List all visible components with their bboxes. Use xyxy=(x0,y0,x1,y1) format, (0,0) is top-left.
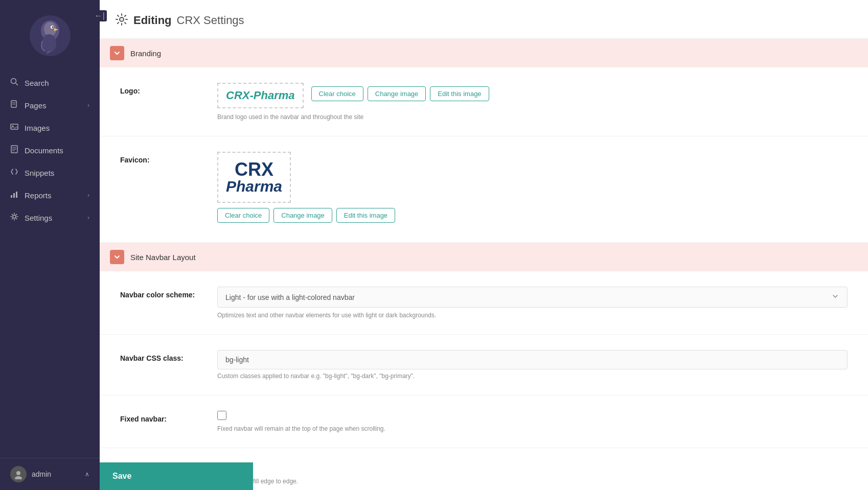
navbar-css-content: Custom classes applied to navbar e.g. "b… xyxy=(217,350,848,380)
logo-change-image-button[interactable]: Change image xyxy=(368,86,426,101)
favicon-edit-image-button[interactable]: Edit this image xyxy=(336,208,395,223)
favicon-field-row: Favicon: CRX Pharma Clear choice Change … xyxy=(120,152,848,227)
username-label: admin xyxy=(32,470,80,478)
user-menu-chevron-icon: ∧ xyxy=(85,471,89,478)
snippets-icon xyxy=(10,168,18,178)
main-content: Editing CRX Settings Branding Logo: CRX-… xyxy=(100,0,868,490)
svg-point-4 xyxy=(52,27,53,28)
full-width-navbar-hint: e navbar will fill edge to edge. xyxy=(217,478,848,485)
sidebar-item-search[interactable]: Search xyxy=(0,72,100,94)
sidebar-item-label: Search xyxy=(25,79,49,87)
fixed-navbar-field-group: Fixed navbar: Fixed navbar will remain a… xyxy=(100,395,868,448)
sidebar-item-label: Reports xyxy=(25,191,52,200)
sidebar-item-reports[interactable]: Reports › xyxy=(0,184,100,206)
page-header: Editing CRX Settings xyxy=(100,0,868,39)
logo-hint: Brand logo used in the navbar and throug… xyxy=(217,113,848,121)
navbar-css-hint: Custom classes applied to navbar e.g. "b… xyxy=(217,372,848,380)
navbar-color-content: Light - for use with a light-colored nav… xyxy=(217,287,848,319)
sidebar-item-documents[interactable]: Documents xyxy=(0,139,100,161)
logo-preview: CRX-Pharma xyxy=(217,83,304,108)
navbar-color-select[interactable]: Light - for use with a light-colored nav… xyxy=(217,287,848,308)
svg-point-22 xyxy=(15,476,22,479)
logo-action-buttons: Clear choice Change image Edit this imag… xyxy=(311,86,489,101)
sidebar-collapse-button[interactable]: ←| xyxy=(93,10,107,21)
sidebar-item-label: Documents xyxy=(25,146,63,155)
avatar-area xyxy=(0,0,100,66)
save-bar: Save xyxy=(100,462,253,490)
settings-icon xyxy=(10,213,18,223)
sidebar-item-settings[interactable]: Settings › xyxy=(0,206,100,229)
navbar-color-field-row: Navbar color scheme: Light - for use wit… xyxy=(120,287,848,319)
select-chevron-icon xyxy=(831,292,839,302)
logo-field-content: CRX-Pharma Clear choice Change image Edi… xyxy=(217,83,848,121)
sidebar-item-label: Snippets xyxy=(25,169,54,177)
svg-rect-11 xyxy=(11,124,18,129)
svg-rect-19 xyxy=(16,192,17,198)
avatar xyxy=(30,15,71,56)
navbar-css-input[interactable] xyxy=(217,350,848,369)
save-button[interactable]: Save xyxy=(112,472,131,481)
logo-text: CRX-Pharma xyxy=(226,89,295,102)
full-width-navbar-content: e navbar will fill edge to edge. xyxy=(217,463,848,485)
user-avatar xyxy=(10,466,27,482)
favicon-preview: CRX Pharma xyxy=(217,152,291,203)
logo-field-row: Logo: CRX-Pharma Clear choice Change ima… xyxy=(120,83,848,121)
navbar-section-header[interactable]: Site Navbar Layout xyxy=(100,243,868,271)
sidebar-item-images[interactable]: Images xyxy=(0,116,100,139)
search-icon xyxy=(10,78,18,88)
navbar-css-field-group: Navbar CSS class: Custom classes applied… xyxy=(100,335,868,395)
svg-point-24 xyxy=(120,18,123,21)
fixed-navbar-content: Fixed navbar will remain at the top of t… xyxy=(217,411,848,432)
navbar-color-hint: Optimizes text and other navbar elements… xyxy=(217,312,848,319)
avatar-bird-icon xyxy=(35,18,65,54)
logo-field-group: Logo: CRX-Pharma Clear choice Change ima… xyxy=(100,67,868,136)
fixed-navbar-field-row: Fixed navbar: Fixed navbar will remain a… xyxy=(120,411,848,432)
editing-gear-icon xyxy=(115,13,128,28)
sidebar-item-label: Pages xyxy=(25,101,47,110)
documents-icon xyxy=(10,145,18,155)
svg-point-21 xyxy=(16,471,20,475)
sidebar: ←| Search xyxy=(0,0,100,490)
page-title: CRX Settings xyxy=(177,14,244,27)
pages-icon xyxy=(10,100,18,110)
navbar-toggle-button[interactable] xyxy=(110,250,124,264)
favicon-change-image-button[interactable]: Change image xyxy=(273,208,332,223)
sidebar-item-label: Images xyxy=(25,124,50,132)
svg-point-6 xyxy=(11,79,16,84)
favicon-clear-choice-button[interactable]: Clear choice xyxy=(217,208,269,223)
favicon-field-group: Favicon: CRX Pharma Clear choice Change … xyxy=(100,136,868,243)
branding-section-header[interactable]: Branding xyxy=(100,39,868,67)
branding-toggle-button[interactable] xyxy=(110,46,124,60)
sidebar-item-pages[interactable]: Pages › xyxy=(0,94,100,116)
images-icon xyxy=(10,123,18,133)
fixed-navbar-hint: Fixed navbar will remain at the top of t… xyxy=(217,425,848,432)
svg-point-20 xyxy=(13,215,16,218)
sidebar-footer[interactable]: admin ∧ xyxy=(0,458,100,490)
fixed-navbar-checkbox[interactable] xyxy=(217,411,226,420)
fixed-navbar-label: Fixed navbar: xyxy=(120,411,202,423)
svg-rect-18 xyxy=(13,193,15,198)
sidebar-item-label: Settings xyxy=(25,214,52,222)
favicon-field-content: CRX Pharma Clear choice Change image Edi… xyxy=(217,152,848,227)
navbar-color-label: Navbar color scheme: xyxy=(120,287,202,299)
logo-edit-image-button[interactable]: Edit this image xyxy=(430,86,489,101)
logo-image-container: CRX-Pharma Clear choice Change image Edi… xyxy=(217,83,848,108)
svg-point-5 xyxy=(42,34,56,53)
branding-section-title: Branding xyxy=(130,49,161,58)
page-editing-label: Editing xyxy=(133,14,172,27)
navbar-section-title: Site Navbar Layout xyxy=(130,253,196,262)
logo-clear-choice-button[interactable]: Clear choice xyxy=(311,86,363,101)
navbar-color-field-group: Navbar color scheme: Light - for use wit… xyxy=(100,271,868,335)
favicon-action-buttons: Clear choice Change image Edit this imag… xyxy=(217,208,848,223)
navbar-color-value: Light - for use with a light-colored nav… xyxy=(225,293,831,301)
favicon-crx-text: CRX xyxy=(235,160,273,179)
chevron-right-icon: › xyxy=(87,192,89,199)
navbar-css-field-row: Navbar CSS class: Custom classes applied… xyxy=(120,350,848,380)
sidebar-item-snippets[interactable]: Snippets xyxy=(0,161,100,184)
svg-rect-17 xyxy=(11,195,12,198)
reports-icon xyxy=(10,190,18,200)
chevron-right-icon: › xyxy=(87,102,89,109)
svg-line-7 xyxy=(16,83,18,86)
sidebar-nav: Search Pages › Images Documents Snippe xyxy=(0,66,100,458)
navbar-css-label: Navbar CSS class: xyxy=(120,350,202,362)
